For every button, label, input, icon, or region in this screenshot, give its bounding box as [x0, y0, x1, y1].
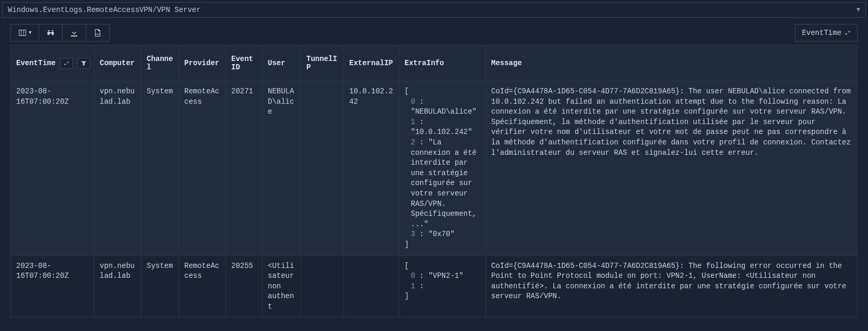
cell-eventtime: 2023-08-16T07:00:20Z [11, 255, 94, 317]
cell-channel: System [141, 81, 179, 256]
cell-channel: System [141, 255, 179, 317]
th-provider[interactable]: Provider [179, 45, 226, 81]
event-table: EventTime Computer Channel Provider Even… [10, 45, 858, 317]
cell-provider: RemoteAccess [179, 255, 226, 317]
cell-eventid: 20271 [226, 81, 263, 256]
cell-tunnelip [301, 81, 344, 256]
cell-extrainfo: [0 : "VPN2-1"1 : ] [399, 255, 486, 317]
cell-externalip: 10.0.102.242 [344, 81, 399, 256]
sort-field-label: EventTime [802, 29, 841, 37]
cell-eventid: 20255 [226, 255, 263, 317]
cell-user: <Utilisateur non authent [263, 255, 301, 317]
th-label: Provider [184, 59, 219, 67]
cell-tunnelip [301, 255, 344, 317]
toolbar-left-group: ▼ csv [10, 24, 110, 42]
sort-field-button[interactable]: EventTime [795, 24, 858, 42]
th-label: ExtraInfo [405, 59, 444, 67]
th-label: Computer [100, 59, 135, 67]
csv-file-icon: csv [93, 29, 102, 37]
th-label: EventID [231, 55, 253, 71]
download-icon [70, 29, 78, 37]
cell-computer: vpn.nebulad.lab [94, 255, 141, 317]
sort-icon [64, 60, 69, 66]
columns-icon [18, 29, 27, 37]
table-header-row: EventTime Computer Channel Provider Even… [11, 45, 858, 81]
table-row[interactable]: 2023-08-16T07:00:20Zvpn.nebulad.labSyste… [11, 255, 858, 317]
th-label: Message [491, 59, 522, 67]
table-row[interactable]: 2023-08-16T07:00:20Zvpn.nebulad.labSyste… [11, 81, 858, 256]
th-user[interactable]: User [263, 45, 301, 81]
cell-externalip [344, 255, 399, 317]
caret-down-icon: ▼ [29, 30, 31, 35]
th-label: EventTime [16, 59, 56, 67]
download-button[interactable] [62, 24, 86, 42]
cell-user: NEBULAD\alice [263, 81, 301, 256]
export-csv-button[interactable]: csv [86, 24, 110, 42]
th-eventid[interactable]: EventID [226, 45, 263, 81]
cell-eventtime: 2023-08-16T07:00:20Z [11, 81, 94, 256]
sort-icon [845, 30, 851, 36]
sort-toggle[interactable] [60, 58, 73, 69]
cell-extrainfo: [0 : "NEBULAD\alice"1 : "10.0.102.242"2 … [399, 81, 486, 256]
th-tunnelip[interactable]: TunnelIP [301, 45, 344, 81]
search-button[interactable] [39, 24, 63, 42]
chevron-down-icon: ▼ [857, 6, 860, 14]
th-label: Channel [147, 55, 173, 71]
breadcrumb-text: Windows.EventLogs.RemoteAccessVPN/VPN Se… [8, 6, 201, 14]
binoculars-icon [46, 29, 55, 37]
th-computer[interactable]: Computer [94, 45, 141, 81]
filter-toggle[interactable] [77, 58, 90, 69]
th-channel[interactable]: Channel [141, 45, 179, 81]
columns-button[interactable]: ▼ [10, 24, 39, 42]
th-eventtime[interactable]: EventTime [11, 45, 94, 81]
th-label: ExternalIP [349, 59, 393, 67]
cell-provider: RemoteAccess [179, 81, 226, 256]
filter-icon [81, 60, 87, 66]
cell-message: CoId={C9A4478A-1D65-C054-4D77-7A6D2C819A… [486, 255, 858, 317]
th-label: User [268, 59, 286, 67]
breadcrumb-bar[interactable]: Windows.EventLogs.RemoteAccessVPN/VPN Se… [2, 2, 866, 18]
th-externalip[interactable]: ExternalIP [344, 45, 399, 81]
th-label: TunnelIP [306, 55, 337, 71]
toolbar: ▼ csv EventTime [0, 20, 868, 45]
svg-text:csv: csv [96, 33, 100, 36]
th-message[interactable]: Message [486, 45, 858, 81]
cell-computer: vpn.nebulad.lab [94, 81, 141, 256]
th-extrainfo[interactable]: ExtraInfo [399, 45, 486, 81]
cell-message: CoId={C9A4478A-1D65-C054-4D77-7A6D2C819A… [486, 81, 858, 256]
